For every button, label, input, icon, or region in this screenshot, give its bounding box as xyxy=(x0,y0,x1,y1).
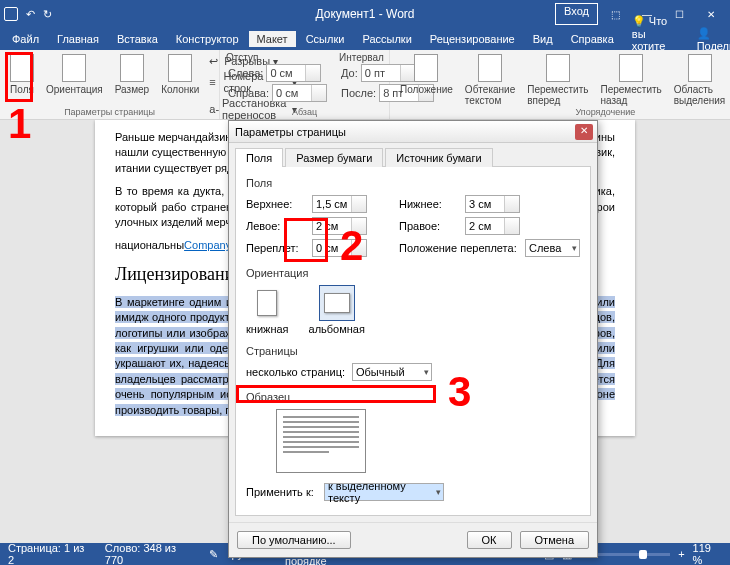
orientation-portrait[interactable]: книжная xyxy=(246,285,289,335)
annotation-box-1 xyxy=(5,52,33,102)
annotation-box-2 xyxy=(284,218,328,262)
multi-pages-combo[interactable]: Обычный xyxy=(352,363,432,381)
tab-view[interactable]: Вид xyxy=(525,31,561,47)
group-label-paragraph: Абзац xyxy=(220,107,389,117)
login-button[interactable]: Вход xyxy=(555,3,598,25)
tab-design[interactable]: Конструктор xyxy=(168,31,247,47)
tab-insert[interactable]: Вставка xyxy=(109,31,166,47)
titlebar: ↶ ↻ Документ1 - Word Вход ⬚ — ☐ ✕ xyxy=(0,0,730,28)
status-words[interactable]: Слово: 348 из 770 xyxy=(105,542,195,565)
ribbon: Поля Ориентация Размер Колонки ↩Разрывы … xyxy=(0,50,730,120)
orientation-landscape[interactable]: альбомная xyxy=(309,285,365,335)
menu-tabs: Файл Главная Вставка Конструктор Макет С… xyxy=(0,28,730,50)
tab-layout[interactable]: Макет xyxy=(249,31,296,47)
gutter-pos-combo[interactable]: Слева xyxy=(525,239,580,257)
indent-right[interactable]: 0 см xyxy=(272,84,327,102)
annotation-2: 2 xyxy=(340,222,363,270)
annotation-box-3 xyxy=(236,385,436,403)
status-page[interactable]: Страница: 1 из 2 xyxy=(8,542,91,565)
close-icon[interactable]: ✕ xyxy=(696,3,726,25)
status-spellcheck-icon[interactable]: ✎ xyxy=(209,548,218,561)
page-setup-dialog: Параметры страницы ✕ Поля Размер бумаги … xyxy=(228,120,598,558)
zoom-level[interactable]: 119 % xyxy=(693,542,722,565)
preview-icon xyxy=(276,409,366,473)
zoom-slider[interactable] xyxy=(595,553,671,556)
default-button[interactable]: По умолчанию... xyxy=(237,531,351,549)
margin-bottom-input[interactable]: 3 см xyxy=(465,195,520,213)
margin-right-input[interactable]: 2 см xyxy=(465,217,520,235)
cancel-button[interactable]: Отмена xyxy=(520,531,589,549)
tab-references[interactable]: Ссылки xyxy=(298,31,353,47)
tab-review[interactable]: Рецензирование xyxy=(422,31,523,47)
annotation-1: 1 xyxy=(8,100,31,148)
window-title: Документ1 - Word xyxy=(315,7,414,21)
zoom-in-icon[interactable]: + xyxy=(678,548,684,560)
group-label-arrange: Упорядочение xyxy=(390,107,730,117)
ok-button[interactable]: ОК xyxy=(467,531,512,549)
linenum-icon: ≡ xyxy=(209,76,220,88)
dialog-tab-margins[interactable]: Поля xyxy=(235,148,283,167)
tab-home[interactable]: Главная xyxy=(49,31,107,47)
doc-link[interactable]: Company xyxy=(184,239,231,251)
tab-help[interactable]: Справка xyxy=(563,31,622,47)
dialog-tab-source[interactable]: Источник бумаги xyxy=(385,148,492,167)
margin-top-input[interactable]: 1,5 см xyxy=(312,195,367,213)
indent-left[interactable]: 0 см xyxy=(266,64,321,82)
dialog-title: Параметры страницы ✕ xyxy=(229,121,597,143)
group-label-page-setup: Параметры страницы xyxy=(0,107,219,117)
apply-to-combo[interactable]: к выделенному тексту xyxy=(324,483,444,501)
dialog-tab-paper[interactable]: Размер бумаги xyxy=(285,148,383,167)
dialog-close-icon[interactable]: ✕ xyxy=(575,124,593,140)
tab-mailings[interactable]: Рассылки xyxy=(354,31,419,47)
tab-file[interactable]: Файл xyxy=(4,31,47,47)
save-icon[interactable] xyxy=(4,7,18,21)
redo-icon[interactable]: ↻ xyxy=(43,8,52,21)
annotation-3: 3 xyxy=(448,368,471,416)
undo-icon[interactable]: ↶ xyxy=(26,8,35,21)
